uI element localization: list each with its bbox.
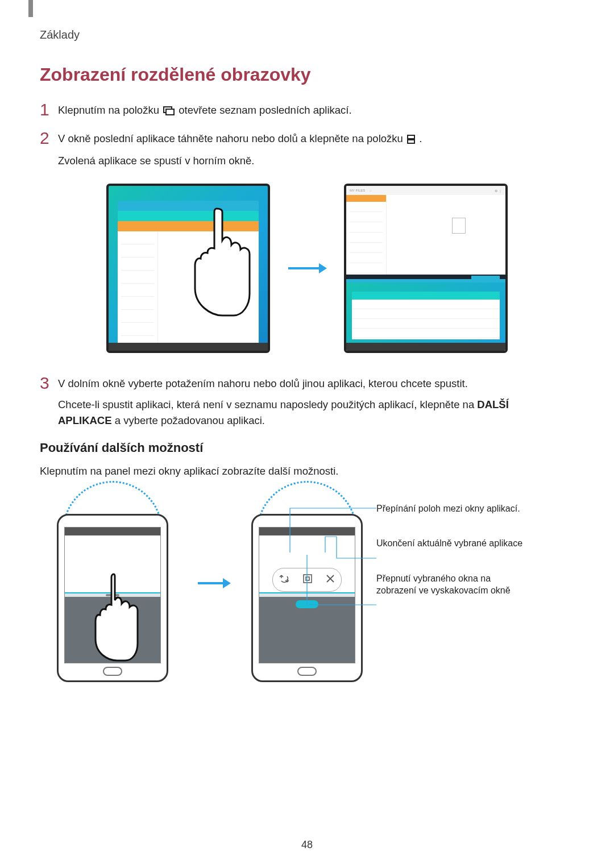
figure-popup-options: Přepínání poloh mezi okny aplikací. Ukon… [246,491,524,682]
divider-options-popup [272,568,342,592]
step-3-text-b-post: a vyberte požadovanou aplikaci. [112,414,265,426]
step-1-text-a: Klepnutím na položku [58,104,162,116]
arrow-right-icon [287,261,327,275]
step-3-number: 3 [40,375,58,392]
callout-popup-view: Přepnutí vybraného okna na zobrazení ve … [376,572,524,597]
subsection-title: Používání dalších možností [40,441,574,455]
swap-windows-icon [279,574,289,586]
hand-pointer-icon [89,571,140,662]
step-1-number: 1 [40,101,58,118]
step-2-text-a: V okně poslední aplikace táhněte nahoru … [58,132,406,144]
page-tab-mark [28,0,33,17]
callout-close-app: Ukončení aktuálně vybrané aplikace [376,537,524,550]
svg-rect-2 [408,135,414,139]
recent-apps-icon [163,104,175,121]
svg-marker-7 [223,578,231,588]
step-3-body: V dolním okně vyberte potažením nahoru n… [58,376,547,429]
page-number: 48 [0,839,614,851]
callout-swap-windows: Přepínání poloh mezi okny aplikací. [376,502,524,515]
figure-tap-divider [40,491,182,682]
svg-rect-8 [304,575,312,583]
svg-rect-1 [166,109,174,115]
close-icon [326,574,335,585]
step-3-text-b-pre: Chcete-li spustit aplikaci, která není v… [58,398,477,410]
divider-handle-icon [296,600,318,608]
svg-rect-9 [306,577,309,580]
breadcrumb: Základy [40,28,574,41]
arrow-right-icon [197,576,231,590]
step-3-text-a: V dolním okně vyberte potažením nahoru n… [58,376,547,392]
step-2-body: V okně poslední aplikace táhněte nahoru … [58,131,422,169]
step-1-text-b: otevřete seznam posledních aplikací. [179,104,351,116]
subsection-body: Klepnutím na panel mezi okny aplikací zo… [40,463,574,480]
figure-split-result-screenshot: MY FILES⌕⚙ ⋮ [344,184,508,353]
step-2-text-c: Zvolená aplikace se spustí v horním okně… [58,153,422,169]
step-2: 2 V okně poslední aplikace táhněte nahor… [40,131,574,169]
figure-split-screen-steps: MY FILES⌕⚙ ⋮ [40,184,574,353]
svg-rect-3 [408,140,414,143]
popup-view-icon [302,574,313,586]
svg-marker-5 [319,263,327,273]
step-1: 1 Klepnutím na položku otevřete seznam p… [40,102,574,121]
step-3: 3 V dolním okně vyberte potažením nahoru… [40,376,574,429]
section-title: Zobrazení rozdělené obrazovky [40,64,574,85]
step-2-number: 2 [40,130,58,147]
split-screen-icon [407,132,415,149]
hand-pointer-icon [182,203,251,317]
step-2-text-b: . [419,132,422,144]
figure-recent-apps-screenshot [106,184,270,353]
step-1-body: Klepnutím na položku otevřete seznam pos… [58,102,352,121]
figure-additional-options: Přepínání poloh mezi okny aplikací. Ukon… [40,491,574,682]
